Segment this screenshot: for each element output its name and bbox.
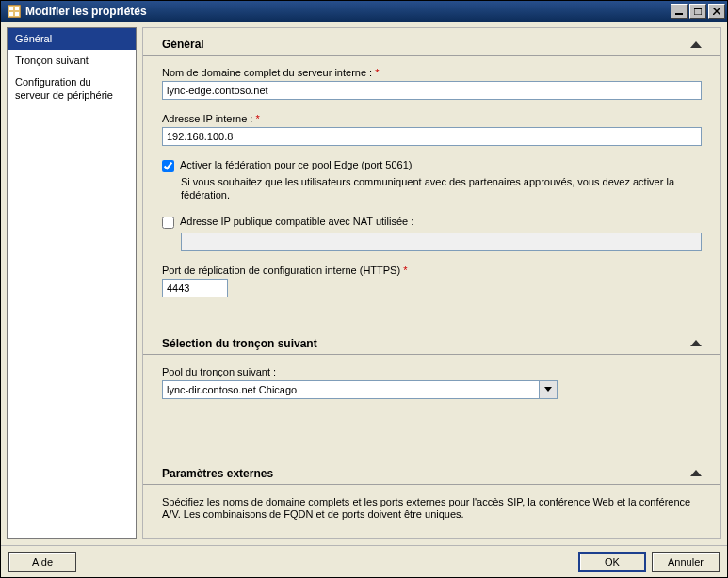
field-internal-ip: Adresse IP interne : * xyxy=(162,113,702,146)
sidebar-item-edge-config[interactable]: Configuration du serveur de périphérie xyxy=(8,72,136,105)
select-value: lync-dir.contoso.net Chicago xyxy=(162,380,539,399)
main-panel: Général Nom de domaine complet du serveu… xyxy=(142,27,721,539)
section-title: Paramètres externes xyxy=(162,467,273,480)
internal-fqdn-input[interactable] xyxy=(162,81,702,100)
external-description: Spécifiez les noms de domaine complets e… xyxy=(162,496,702,522)
chevron-down-icon xyxy=(544,387,552,392)
required-marker: * xyxy=(403,265,407,276)
help-button[interactable]: Aide xyxy=(8,552,76,572)
cancel-button[interactable]: Annuler xyxy=(652,552,720,572)
sidebar-item-label: Tronçon suivant xyxy=(15,55,89,66)
titlebar: Modifier les propriétés xyxy=(1,1,727,22)
chevron-up-icon xyxy=(690,470,702,476)
dialog-window: Modifier les propriétés Général Tronçon … xyxy=(0,0,728,578)
required-marker: * xyxy=(375,67,379,78)
nat-checkbox-label: Adresse IP publique compatible avec NAT … xyxy=(180,216,413,227)
window-title: Modifier les propriétés xyxy=(25,5,669,18)
sidebar-item-label: Configuration du serveur de périphérie xyxy=(15,76,113,100)
next-hop-pool-select[interactable]: lync-dir.contoso.net Chicago xyxy=(162,380,558,399)
section-header-next-hop[interactable]: Sélection du tronçon suivant xyxy=(143,328,720,355)
bottom-bar: Aide OK Annuler xyxy=(1,545,727,577)
nat-checkbox[interactable] xyxy=(162,217,174,229)
content-area: Général Tronçon suivant Configuration du… xyxy=(1,22,727,545)
field-internal-fqdn: Nom de domaine complet du serveur intern… xyxy=(162,67,702,100)
section-title: Général xyxy=(162,38,204,51)
close-button[interactable] xyxy=(708,4,725,19)
svg-rect-5 xyxy=(675,13,683,15)
sidebar: Général Tronçon suivant Configuration du… xyxy=(7,27,137,539)
dropdown-button[interactable] xyxy=(539,380,558,399)
svg-rect-2 xyxy=(15,7,19,10)
svg-rect-7 xyxy=(694,8,702,9)
section-header-external[interactable]: Paramètres externes xyxy=(143,458,720,485)
svg-rect-4 xyxy=(15,12,19,16)
internal-ip-input[interactable] xyxy=(162,127,702,146)
field-replication-port: Port de réplication de configuration int… xyxy=(162,265,702,297)
svg-rect-3 xyxy=(9,12,13,16)
sidebar-item-general[interactable]: Général xyxy=(8,28,136,50)
maximize-button[interactable] xyxy=(689,4,706,19)
sidebar-item-next-hop[interactable]: Tronçon suivant xyxy=(8,50,136,72)
sidebar-item-label: Général xyxy=(15,33,52,44)
field-federation: Activer la fédération pour ce pool Edge … xyxy=(162,159,702,202)
field-label: Adresse IP interne : * xyxy=(162,113,702,124)
ok-button[interactable]: OK xyxy=(578,552,646,572)
chevron-up-icon xyxy=(690,41,702,48)
field-nat: Adresse IP publique compatible avec NAT … xyxy=(162,216,702,251)
federation-checkbox[interactable] xyxy=(162,160,174,172)
federation-checkbox-label: Activer la fédération pour ce pool Edge … xyxy=(180,159,412,170)
app-icon xyxy=(7,4,22,19)
required-marker: * xyxy=(255,113,259,124)
chevron-up-icon xyxy=(690,340,702,346)
field-label: Nom de domaine complet du serveur intern… xyxy=(162,67,702,78)
svg-rect-1 xyxy=(9,7,13,10)
section-body-external: Spécifiez les noms de domaine complets e… xyxy=(143,496,720,539)
field-label: Pool du tronçon suivant : xyxy=(162,366,702,377)
section-header-general[interactable]: Général xyxy=(143,28,720,56)
minimize-button[interactable] xyxy=(671,4,688,19)
nat-ip-input xyxy=(181,233,702,251)
replication-port-input[interactable] xyxy=(162,279,228,297)
section-body-next-hop: Pool du tronçon suivant : lync-dir.conto… xyxy=(143,366,720,458)
field-label: Port de réplication de configuration int… xyxy=(162,265,702,276)
federation-description: Si vous souhaitez que les utilisateurs c… xyxy=(181,176,702,202)
field-next-hop-pool: Pool du tronçon suivant : lync-dir.conto… xyxy=(162,366,702,399)
section-title: Sélection du tronçon suivant xyxy=(162,337,317,350)
section-body-general: Nom de domaine complet du serveur intern… xyxy=(143,67,720,328)
